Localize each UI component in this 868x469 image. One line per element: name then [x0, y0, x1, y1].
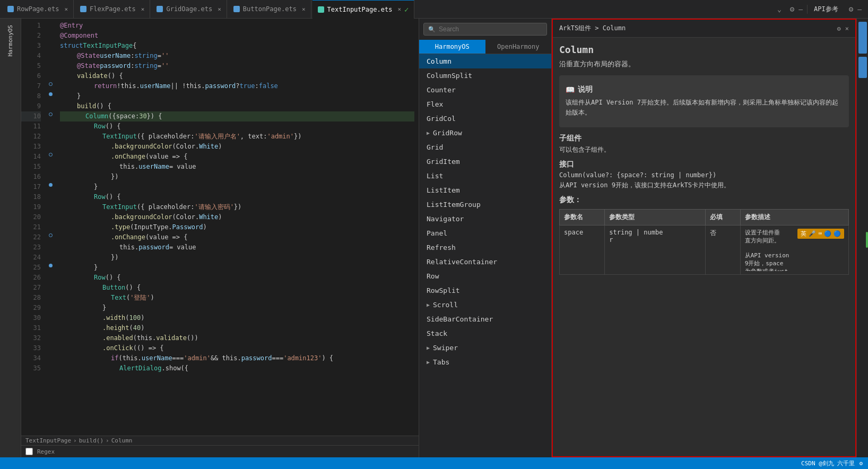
tab-openharmony[interactable]: OpenHarmony [485, 40, 552, 54]
tab-overflow-button[interactable]: ⌄ [773, 5, 786, 13]
api-item-refresh[interactable]: Refresh [419, 240, 551, 255]
param-name: space [560, 225, 605, 275]
api-item-relativecontainer[interactable]: RelativeContainer [419, 255, 551, 269]
api-item-listitemgroup[interactable]: ListItemGroup [419, 197, 551, 212]
api-item-listitem[interactable]: ListItem [419, 183, 551, 197]
code-line-23: this.password = value [60, 242, 414, 253]
code-line-20: .backgroundColor(Color.White) [60, 212, 414, 222]
code-line-34: if(this.userName === 'admin' && this.pas… [60, 353, 414, 363]
ime-blue2[interactable]: 🔵 [834, 230, 841, 237]
api-item-scroll[interactable]: ▶ Scroll [419, 298, 551, 312]
api-item-row[interactable]: Row [419, 269, 551, 283]
params-section-title: 参数： [559, 195, 849, 205]
breadcrumb-item-2[interactable]: build() [79, 437, 103, 444]
api-item-grid[interactable]: Grid [419, 140, 551, 154]
search-input[interactable] [439, 25, 542, 33]
notif-item-2[interactable] [858, 57, 867, 78]
table-row: space string | number 否 英 🎤 ⌨ 🔵 [560, 225, 849, 275]
code-line-17: } [60, 182, 414, 192]
code-line-25: } [60, 263, 414, 273]
api-item-flex[interactable]: Flex [419, 97, 551, 111]
detail-title: Column [559, 44, 849, 55]
code-line-8: } [60, 91, 414, 101]
section-text: 该组件从API Version 7开始支持。后续版本如有新增内容，则采用上角标单… [566, 98, 843, 118]
ime-keyboard[interactable]: ⌨ [818, 230, 822, 237]
code-line-9: build() { [60, 101, 414, 111]
param-desc: 英 🎤 ⌨ 🔵 🔵 设置子组件垂直方向间距。从API version9开始，sp… [740, 225, 848, 275]
api-tabs: HarmonyOS OpenHarmony [419, 40, 551, 54]
api-settings-icon[interactable]: ⚙ [849, 5, 853, 13]
child-section-title: 子组件 [559, 134, 849, 143]
code-line-27: Button() { [60, 283, 414, 293]
harmony-sidebar: HarmonyOS [0, 19, 21, 457]
api-item-list[interactable]: Column ColumnSplit Counter Flex GridCol … [419, 54, 551, 457]
api-item-navigator[interactable]: Navigator [419, 212, 551, 226]
api-item-griditem[interactable]: GridItem [419, 154, 551, 169]
status-user: CSDN @剑九 六千里 [801, 459, 855, 467]
editor-content[interactable]: 1 2 3 4 5 6 7 8 9 10 11 12 13 14 15 16 1 [21, 19, 419, 436]
tab-close[interactable]: × [218, 6, 221, 13]
settings-icon[interactable]: ⚙ [790, 5, 794, 13]
code-line-29: } [60, 303, 414, 313]
file-icon [7, 6, 14, 12]
api-item-tabs[interactable]: ▶ Tabs [419, 355, 551, 369]
code-line-4: @State userName: string = '' [60, 51, 414, 61]
tab-label: FlexPage.ets [90, 5, 136, 13]
check-icon: ✓ [404, 5, 409, 14]
api-detail-panel: ArkTS组件 > Column ⚙ × Column 沿垂直方向布局的容器。 … [552, 19, 856, 457]
api-item-swiper[interactable]: ▶ Swiper [419, 341, 551, 355]
api-item-gridcol[interactable]: GridCol [419, 111, 551, 126]
api-item-panel[interactable]: Panel [419, 226, 551, 240]
api-minimize-icon[interactable]: — [857, 5, 862, 13]
code-line-31: .height(40) [60, 323, 414, 333]
tab-harmonyos[interactable]: HarmonyOS [419, 40, 485, 54]
arrow-icon: ▶ [427, 302, 430, 308]
tab-buttonpage[interactable]: ButtonPage.ets × [228, 0, 311, 19]
api-item-sidebarcontainer[interactable]: SideBarContainer [419, 312, 551, 326]
api-item-rowsplit[interactable]: RowSplit [419, 283, 551, 298]
code-line-21: .type(InputType.Password) [60, 222, 414, 232]
code-line-7: return !this.userName || !this.password … [60, 81, 414, 91]
ime-lang[interactable]: 英 [801, 230, 806, 238]
tab-label: TextInputPage.ets [327, 6, 393, 13]
api-search-box[interactable]: 🔍 [423, 23, 547, 36]
ime-mic[interactable]: 🎤 [809, 230, 816, 237]
api-item-stack[interactable]: Stack [419, 326, 551, 341]
code-line-1: @Entry [60, 21, 414, 31]
api-item-column[interactable]: Column [419, 54, 551, 68]
arrow-icon: ▶ [427, 359, 430, 365]
breadcrumb-item-3[interactable]: Column [111, 437, 133, 444]
api-detail-content[interactable]: Column 沿垂直方向布局的容器。 📖 说明 该组件从API Version … [553, 38, 855, 456]
ime-blue1[interactable]: 🔵 [824, 230, 831, 237]
minimize-icon[interactable]: — [798, 5, 803, 13]
tab-gridpage[interactable]: GridOage.ets × [151, 0, 227, 19]
tab-close[interactable]: × [302, 6, 306, 13]
tab-textinputpage[interactable]: TextInputPage.ets × ✓ [313, 0, 415, 19]
notif-item-1[interactable] [858, 22, 867, 54]
notif-sidebar [856, 19, 868, 457]
tab-label: ButtonPage.ets [243, 5, 297, 13]
code-content[interactable]: @Entry @Component struct TextInputPage {… [56, 19, 419, 436]
arrow-icon: ▶ [427, 345, 430, 351]
code-line-19: TextInput({ placeholder: '请输入密码'}) [60, 202, 414, 212]
api-item-list[interactable]: List [419, 169, 551, 183]
breadcrumb-item-1[interactable]: TextInputPage [25, 437, 71, 444]
api-item-columnsplit[interactable]: ColumnSplit [419, 68, 551, 83]
tab-close[interactable]: × [141, 6, 145, 13]
close-icon[interactable]: × [845, 25, 849, 32]
tab-flexpage[interactable]: FlexPage.ets × [75, 0, 150, 19]
regex-checkbox[interactable] [25, 448, 33, 455]
status-settings-icon[interactable]: ⚙ [859, 460, 863, 467]
code-line-11: Row() { [60, 121, 414, 132]
params-table: 参数名 参数类型 必填 参数描述 space string | number 否 [559, 209, 849, 275]
tab-rowpage[interactable]: RowPage.ets × [2, 0, 74, 19]
settings-icon[interactable]: ⚙ [837, 25, 841, 32]
api-item-counter[interactable]: Counter [419, 83, 551, 97]
tab-close[interactable]: × [397, 6, 401, 13]
api-item-gridrow[interactable]: ▶ GridRow [419, 126, 551, 140]
api-detail-header: ArkTS组件 > Column ⚙ × [553, 20, 855, 38]
editor-breadcrumb: TextInputPage › build() › Column [21, 436, 419, 445]
tab-close[interactable]: × [64, 6, 68, 13]
code-line-18: Row() { [60, 192, 414, 202]
section-title: 说明 [578, 85, 593, 94]
